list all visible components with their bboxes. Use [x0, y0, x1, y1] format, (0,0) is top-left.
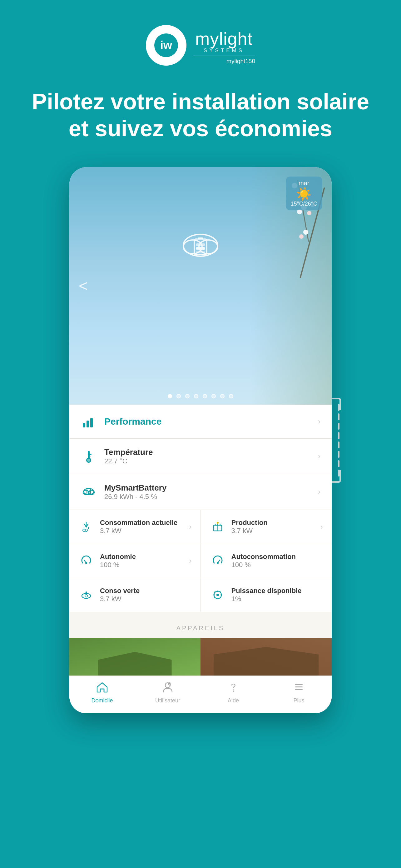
- conso-verte-icon: [78, 587, 94, 603]
- autonomie-item[interactable]: Autonomie 100 % ›: [69, 544, 201, 578]
- production-value: 3.7 kW: [231, 527, 315, 535]
- battery-content: MySmartBattery 26.9 kWh - 4.5 %: [104, 483, 310, 501]
- appareils-section: APPAREILS: [69, 612, 332, 676]
- svg-text:?: ?: [231, 682, 236, 691]
- dot-6[interactable]: [211, 394, 216, 398]
- bottom-nav: Domicile Utilisateur ?: [69, 676, 332, 713]
- svg-rect-16: [90, 453, 92, 453]
- dot-3[interactable]: [185, 394, 190, 398]
- carousel-dots: [69, 394, 332, 398]
- temperature-title: Température: [104, 447, 310, 457]
- weather-widget: mar ☀️ 15°C/26°C: [286, 177, 322, 210]
- nav-plus-label: Plus: [293, 698, 304, 704]
- svg-rect-23: [88, 488, 90, 489]
- svg-rect-48: [217, 591, 218, 592]
- conso-verte-value: 3.7 kW: [100, 595, 192, 603]
- dot-5[interactable]: [203, 394, 207, 398]
- nav-utilisateur-label: Utilisateur: [155, 698, 180, 704]
- production-title: Production: [231, 519, 315, 527]
- svg-point-47: [216, 594, 219, 596]
- battery-icon: [80, 484, 97, 500]
- logo-circle: iw: [146, 25, 187, 66]
- half-row-2: Autonomie 100 % › Autoconsommatio: [69, 544, 332, 578]
- temperature-value: 22.7 °C: [104, 457, 310, 465]
- battery-value: 26.9 kWh - 4.5 %: [104, 493, 310, 501]
- autoconsommation-value: 100 %: [231, 561, 323, 569]
- svg-point-43: [82, 593, 91, 598]
- dot-8[interactable]: [229, 394, 233, 398]
- temperature-chevron: ›: [318, 452, 321, 461]
- autoconsommation-item: Autoconsommation 100 %: [201, 544, 332, 578]
- autonomie-icon: [78, 553, 94, 569]
- svg-rect-24: [88, 492, 90, 492]
- autonomie-title: Autonomie: [100, 553, 183, 561]
- temperature-row[interactable]: Température 22.7 °C ›: [69, 439, 332, 474]
- battery-cloud-icon: [180, 230, 221, 265]
- consommation-content: Consommation actuelle 3.7 kW: [100, 519, 183, 535]
- autonomie-content: Autonomie 100 %: [100, 553, 183, 569]
- svg-rect-51: [221, 594, 222, 595]
- brand-systems: SYSTEMS: [204, 48, 244, 54]
- user-icon: [162, 681, 173, 695]
- appareils-label: APPAREILS: [69, 621, 332, 638]
- nav-domicile-label: Domicile: [91, 698, 113, 704]
- question-icon: ?: [228, 681, 239, 695]
- puissance-content: Puissance disponible 1%: [231, 587, 323, 603]
- svg-rect-50: [213, 594, 215, 595]
- weather-temp: 15°C/26°C: [291, 200, 317, 207]
- performance-content: Performance: [104, 416, 310, 427]
- dot-4[interactable]: [194, 394, 198, 398]
- consommation-item[interactable]: Consommation actuelle 3.7 kW ›: [69, 510, 201, 544]
- svg-point-15: [87, 459, 90, 462]
- consommation-chevron: ›: [189, 522, 192, 531]
- nav-aide-label: Aide: [228, 698, 239, 704]
- performance-title: Performance: [104, 416, 310, 427]
- consommation-value: 3.7 kW: [100, 527, 183, 535]
- conso-verte-title: Conso verte: [100, 587, 192, 595]
- nav-utilisateur[interactable]: Utilisateur: [135, 681, 201, 704]
- svg-rect-10: [83, 423, 85, 428]
- battery-row[interactable]: MySmartBattery 26.9 kWh - 4.5 % ›: [69, 474, 332, 510]
- nav-domicile[interactable]: Domicile: [69, 681, 135, 704]
- half-row-1: Consommation actuelle 3.7 kW ›: [69, 510, 332, 544]
- svg-rect-9: [196, 251, 205, 253]
- dot-1[interactable]: [168, 394, 172, 398]
- svg-text:iw: iw: [160, 39, 172, 52]
- svg-rect-6: [198, 238, 203, 239]
- nav-aide[interactable]: ? Aide: [201, 681, 266, 704]
- svg-rect-12: [90, 418, 93, 428]
- appareils-image: [69, 638, 332, 676]
- home-icon: [96, 681, 108, 695]
- header: iw mylight SYSTEMS mylight150: [146, 0, 255, 69]
- svg-rect-8: [196, 243, 205, 246]
- svg-rect-11: [87, 421, 89, 428]
- conso-verte-content: Conso verte 3.7 kW: [100, 587, 192, 603]
- slide-prev-arrow[interactable]: <: [79, 277, 88, 295]
- brand-product: mylight150: [226, 58, 255, 65]
- battery-chevron: ›: [318, 488, 321, 496]
- svg-point-44: [85, 595, 88, 597]
- consommation-icon: [78, 519, 94, 535]
- puissance-title: Puissance disponible: [231, 587, 323, 595]
- dot-7[interactable]: [220, 394, 225, 398]
- half-row-3: Conso verte 3.7 kW: [69, 578, 332, 612]
- puissance-icon: [209, 587, 226, 603]
- performance-icon: [80, 413, 97, 430]
- performance-row[interactable]: Performance ›: [69, 405, 332, 439]
- dot-2[interactable]: [176, 394, 181, 398]
- autoconsommation-icon: [209, 553, 226, 569]
- logo-text: mylight SYSTEMS mylight150: [193, 30, 255, 65]
- nav-plus[interactable]: Plus: [266, 681, 332, 704]
- phone-wrapper: mar ☀️ 15°C/26°C <: [60, 167, 341, 713]
- brand-icon: iw: [154, 33, 179, 58]
- svg-point-42: [217, 562, 219, 564]
- production-item[interactable]: Production 3.7 kW ›: [201, 510, 332, 544]
- autoconsommation-title: Autoconsommation: [231, 553, 323, 561]
- production-content: Production 3.7 kW: [231, 519, 315, 535]
- brand-name: mylight: [195, 30, 253, 48]
- svg-rect-17: [90, 454, 92, 455]
- svg-rect-60: [295, 684, 303, 685]
- conso-verte-item: Conso verte 3.7 kW: [69, 578, 201, 612]
- menu-icon: [293, 681, 304, 695]
- phone-frame: mar ☀️ 15°C/26°C <: [69, 167, 332, 713]
